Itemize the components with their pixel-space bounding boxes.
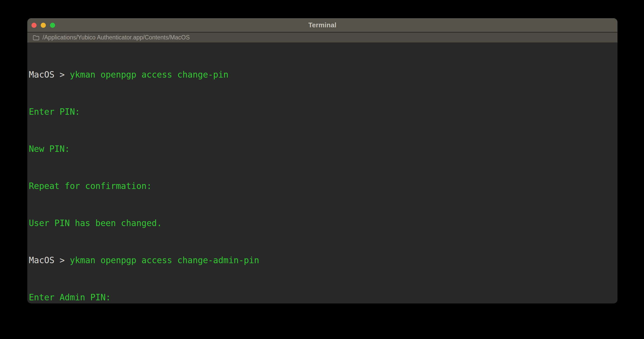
command-text: ykman openpgp access change-pin: [70, 70, 228, 80]
desktop-background: Terminal /Applications/Yubico Authentica…: [0, 0, 644, 339]
close-button[interactable]: [31, 23, 37, 28]
output-text: Enter Admin PIN:: [29, 292, 111, 302]
terminal-line: New PIN:: [29, 143, 615, 155]
output-text: Repeat for confirmation:: [29, 181, 152, 191]
output-text: User PIN has been changed.: [29, 218, 162, 228]
terminal-line: MacOS >ykman openpgp access change-admin…: [29, 254, 615, 267]
terminal-window: Terminal /Applications/Yubico Authentica…: [27, 18, 617, 303]
terminal-line: User PIN has been changed.: [29, 217, 615, 229]
terminal-line: Enter Admin PIN:: [29, 291, 615, 303]
path-bar[interactable]: /Applications/Yubico Authenticator.app/C…: [27, 32, 617, 43]
terminal-line: Enter PIN:: [29, 106, 615, 118]
window-title: Terminal: [27, 21, 617, 29]
minimize-button[interactable]: [41, 23, 46, 28]
shell-prompt: MacOS >: [29, 255, 65, 265]
zoom-button[interactable]: [50, 23, 55, 28]
terminal-line: MacOS >ykman openpgp access change-pin: [29, 69, 615, 81]
folder-icon: [33, 35, 39, 40]
title-bar[interactable]: Terminal: [27, 18, 617, 32]
command-text: ykman openpgp access change-admin-pin: [70, 255, 259, 265]
output-text: New PIN:: [29, 144, 70, 154]
working-directory-path: /Applications/Yubico Authenticator.app/C…: [43, 34, 190, 41]
shell-prompt: MacOS >: [29, 70, 65, 80]
output-text: Enter PIN:: [29, 107, 80, 117]
traffic-lights: [31, 18, 55, 32]
terminal-content[interactable]: MacOS >ykman openpgp access change-pin E…: [27, 43, 617, 303]
terminal-line: Repeat for confirmation:: [29, 180, 615, 192]
